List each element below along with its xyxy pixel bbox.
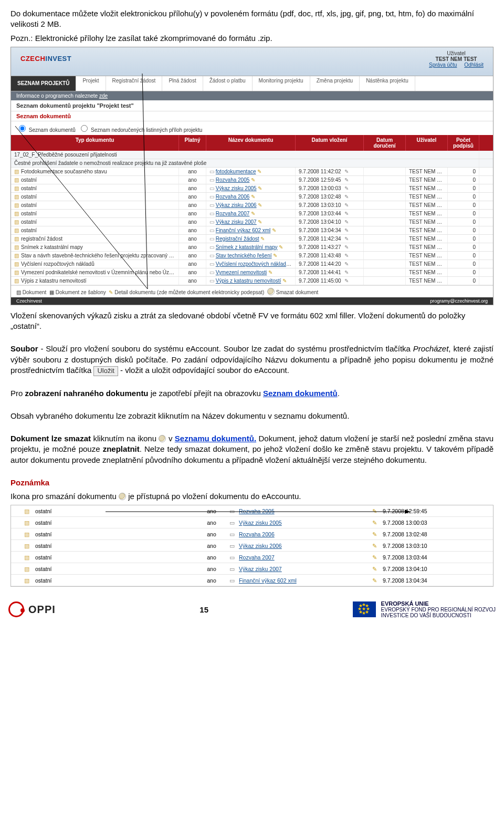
eraser-icon — [267, 288, 275, 295]
table-row: ▧ostatníano▭Rozvaha 2006✎9.7.2008 13:02:… — [11, 528, 493, 540]
table-row: ▧ostatníano▭ Finanční výkaz 602 xml ✎9.7… — [11, 226, 493, 235]
poznamka-text: Ikona pro smazání dokumentu je přístupná… — [10, 491, 494, 502]
tab-plna-zadost[interactable]: Plná žádost — [162, 76, 203, 91]
link-seznam-dokumentu-2[interactable]: Seznamu dokumentů. — [175, 434, 256, 443]
table-row: ▧ostatníano▭ Výkaz zisku 2006 ✎9.7.2008 … — [11, 201, 493, 210]
infobar-link-zde[interactable]: zde — [99, 93, 108, 99]
tab-zadost-o-platbu[interactable]: Žádost o platbu — [203, 76, 253, 91]
screenshot-seznam-dokumentu: CZECHINVEST Uživatel TEST NEM TEST Správ… — [10, 47, 494, 305]
section-subtitle: Seznam dokumentů — [11, 111, 493, 121]
table-row: ▧Fotodokumentace současného stavuano▭ fo… — [11, 168, 493, 176]
table-row: ▧ostatníano▭Výkaz zisku 2006✎9.7.2008 13… — [11, 540, 493, 552]
table-row: ▧ostatníano▭ Výkaz zisku 2007 ✎9.7.2008 … — [11, 218, 493, 226]
tab-seznam-projektu[interactable]: SEZNAM PROJEKTŮ — [11, 76, 76, 91]
table-row: ▧ostatníano▭Výkaz zisku 2007✎9.7.2008 13… — [11, 563, 493, 575]
infobar: Informace o programech naleznete zde — [11, 91, 493, 100]
link-account[interactable]: Správa účtu — [429, 62, 457, 68]
table-row: ▧Snímek z katastrální mapyano▭ Snímek z … — [11, 243, 493, 252]
radio-row: Seznam dokumentů Seznam nedoručených lis… — [11, 121, 493, 135]
tab-monitoring[interactable]: Monitoring projektu — [253, 76, 310, 91]
tab-zmena-projektu[interactable]: Změna projektu — [310, 76, 360, 91]
table-row: ▧Výpis z katastru nemovitostíano▭ Výpis … — [11, 277, 493, 285]
table-row: ▧ostatníano▭Rozvaha 2007✎9.7.2008 13:03:… — [11, 552, 493, 563]
table-row: ▧ostatníano▭ Rozvaha 2005 ✎9.7.2008 12:5… — [11, 176, 493, 184]
table-row: ▧registrační žádostano▭ Registrační žádo… — [11, 235, 493, 243]
user-name: TEST NEM TEST — [429, 56, 484, 62]
oppi-logo: OPPI — [8, 601, 56, 617]
table-row: ▧Vymezení podnikatelské nemovitosti v Úz… — [11, 268, 493, 277]
screenshot-strip: ▧ostatníano▭Rozvaha 2005✎9.7.2008 12:59:… — [10, 505, 494, 587]
table-row: ▧ostatníano▭Rozvaha 2005✎9.7.2008 12:59:… — [11, 505, 493, 517]
tab-nastenka[interactable]: Nástěnka projektu — [360, 76, 415, 91]
radio-nedorucene[interactable] — [81, 125, 88, 132]
mid-p4: Obsah vybraného dokumentu lze zobrazit k… — [10, 411, 494, 421]
footer-bar: Czechinvest programy@czechinvest.org — [11, 297, 493, 305]
table-row: ▧Vyčíslení rozpočtových nákladůano▭ Vyčí… — [11, 260, 493, 268]
link-seznam-dokumentu[interactable]: Seznam dokumentů — [263, 389, 338, 398]
eu-flag-icon — [353, 601, 376, 617]
table-row: ▧ostatníano▭ Rozvaha 2007 ✎9.7.2008 13:0… — [11, 210, 493, 218]
table-header: Typ dokumentu Platný Název dokumentu Dat… — [11, 135, 493, 151]
legend-row: ▧ Dokument ▦ Dokument ze šablony ✎ Detai… — [11, 285, 493, 297]
mid-p5: Dokument lze smazat kliknutím na ikonu v… — [10, 433, 494, 465]
table-row: 17_02_F_Předběžné posouzení přijatelnost… — [11, 151, 493, 159]
link-logout[interactable]: Odhlásit — [464, 62, 484, 68]
mid-p1: Vložení skenovaných výkazů zisku a ztrát… — [10, 310, 494, 332]
poznamka-heading: Poznámka — [10, 478, 494, 488]
tabs-bar: SEZNAM PROJEKTŮ Projekt Registrační žádo… — [11, 76, 493, 91]
table-row: ▧ostatníano▭Finanční výkaz 602 xml✎9.7.2… — [11, 575, 493, 586]
table-row: ▧Stav a návrh stavebně-technického řešen… — [11, 252, 493, 260]
table-row: ▧ostatníano▭ Výkaz zisku 2005 ✎9.7.2008 … — [11, 184, 493, 193]
ulozit-button[interactable]: Uložit — [93, 366, 118, 376]
tab-registracni-zadost[interactable]: Registrační žádost — [106, 76, 163, 91]
user-label: Uživatel — [429, 50, 484, 56]
intro-p1: Do dokumentace můžete vložit elektronick… — [10, 8, 494, 30]
czechinvest-logo: CZECHINVEST — [20, 55, 71, 63]
intro-p2: Pozn.: Elektronické přílohy lze zasílat … — [10, 33, 494, 44]
table-row: Čestné prohlášení žadatele o nemožnosti … — [11, 159, 493, 168]
table-row: ▧ostatníano▭Výkaz zisku 2005✎9.7.2008 13… — [11, 517, 493, 528]
mid-p2: Soubor - Slouží pro vložení souboru do s… — [10, 344, 494, 376]
page-number: 15 — [200, 605, 208, 614]
table-row: ▧ostatníano▭ Rozvaha 2006 ✎9.7.2008 13:0… — [11, 193, 493, 201]
eraser-icon — [159, 435, 166, 442]
tab-projekt[interactable]: Projekt — [76, 76, 106, 91]
section-title: Seznam dokumentů projektu "Projekt test" — [11, 100, 493, 111]
page-footer: OPPI 15 EVROPSKÁ UNIE EVROPSKÝ FOND PRO … — [0, 597, 504, 625]
eraser-icon — [119, 493, 126, 500]
radio-seznam-dokumentu[interactable] — [19, 125, 26, 132]
eu-logo-block: EVROPSKÁ UNIE EVROPSKÝ FOND PRO REGIONÁL… — [353, 600, 496, 618]
mid-p3: Pro zobrazení nahraného dokumentu je zap… — [10, 388, 494, 399]
